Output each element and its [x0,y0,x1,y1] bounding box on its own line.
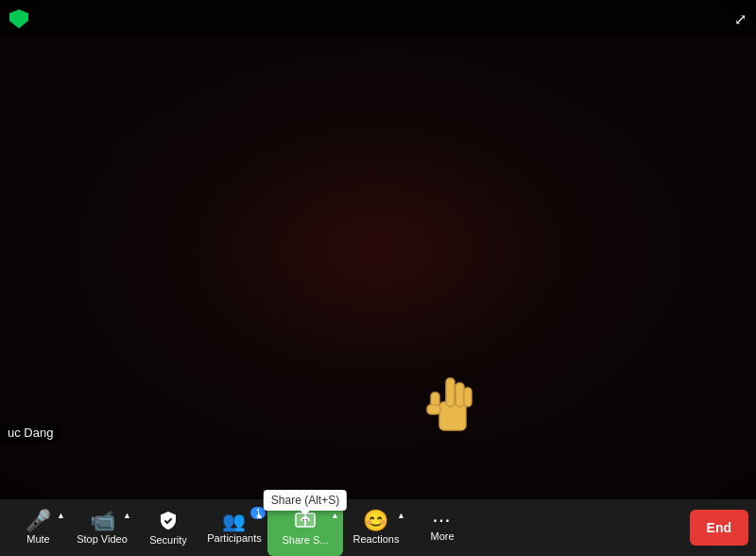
more-icon: ··· [433,513,451,529]
more-label: More [430,530,454,542]
stop-video-button[interactable]: 📹 Stop Video ▲ [69,499,135,556]
cursor-hand [425,369,477,435]
participants-caret[interactable]: ▲ [255,511,264,520]
stop-video-icon: 📹 [90,511,115,531]
mute-icon: 🎤 [26,511,51,531]
participants-button[interactable]: 👥 Participants 1 ▲ [201,499,267,556]
video-area: ⤢ uc Dang [0,0,756,499]
reactions-icon: 😊 [363,511,388,531]
end-button[interactable]: End [690,510,748,546]
svg-rect-5 [464,388,472,407]
mute-label: Mute [26,533,49,545]
security-label: Security [149,534,187,546]
toolbar: 🎤 Mute ▲ 📹 Stop Video ▲ Security 👥 Parti… [0,499,756,556]
top-bar: ⤢ [0,0,756,38]
share-screen-label: Share S... [283,534,329,546]
share-screen-button[interactable]: Share S... ▲ Share (Alt+S) [267,499,343,556]
participant-name-tag: uc Dang [0,423,60,443]
svg-rect-3 [431,392,439,411]
svg-rect-1 [446,378,455,407]
reactions-caret[interactable]: ▲ [397,511,405,520]
mute-button[interactable]: 🎤 Mute ▲ [8,499,69,556]
share-screen-tooltip: Share (Alt+S) [264,490,347,511]
participants-label: Participants [207,532,261,544]
svg-rect-0 [439,402,466,430]
svg-rect-4 [427,405,440,414]
more-button[interactable]: ··· More [409,499,475,556]
zoom-shield-icon [9,9,28,28]
stop-video-caret[interactable]: ▲ [123,511,131,520]
reactions-label: Reactions [353,533,400,545]
expand-icon[interactable]: ⤢ [734,10,747,28]
reactions-button[interactable]: 😊 Reactions ▲ [343,499,409,556]
svg-rect-2 [455,383,464,407]
mute-caret[interactable]: ▲ [57,511,65,520]
participants-icon: 👥 [222,512,246,530]
stop-video-label: Stop Video [77,533,128,545]
security-button[interactable]: Security [135,499,201,556]
share-screen-caret[interactable]: ▲ [331,511,339,520]
security-icon [157,510,180,532]
